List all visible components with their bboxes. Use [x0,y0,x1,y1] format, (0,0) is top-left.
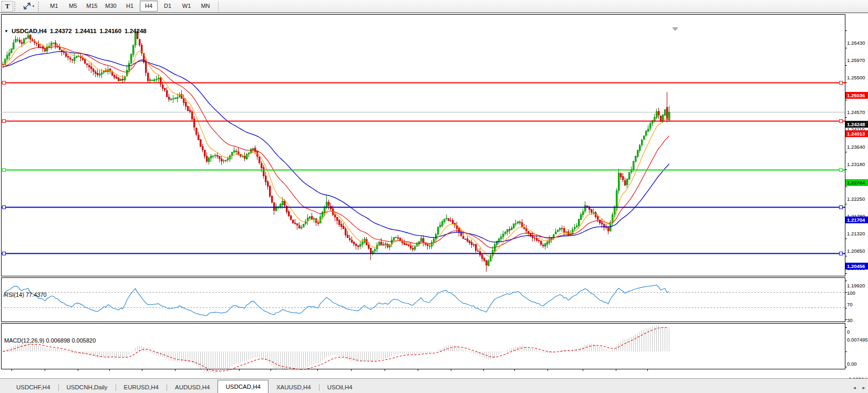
timeframe-button-h1[interactable]: H1 [121,1,139,12]
rsi-axis-label: 70 [847,302,868,308]
timeframe-button-m30[interactable]: M30 [102,1,120,12]
line-anchor-handle[interactable] [840,120,843,123]
ohlc-open: 1.24372 [50,28,72,34]
symbol-tab-bar: USDCHF,H4USDCNH,DailyEURUSD,H4AUDUSD,H4U… [0,378,868,393]
chart-ohlc-header: ▼ USDCAD,H4 1.24372 1.24411 1.24160 1.24… [4,28,147,34]
ohlc-collapse-icon[interactable]: ▼ [4,29,8,34]
text-tool-button[interactable]: T [2,1,13,12]
toolbar-grip [38,2,43,11]
tab-scroll-buttons: ◄ ► [852,386,866,390]
toolbar-grip [14,2,19,11]
timeframe-button-h4[interactable]: H4 [140,1,158,12]
price-axis-label: 1.25500 [847,75,868,81]
symbol-tab-audusd[interactable]: AUDUSD,H4 [167,381,218,393]
symbol-tab-xauusd[interactable]: XAUUSD,H4 [268,381,319,393]
macd-axis-label: 0.007495 [847,337,868,343]
price-axis-label: 1.25970 [847,57,868,64]
timeframe-button-group: M1M5M15M30H1H4D1W1MN [45,1,215,12]
symbol-tab-eurusd[interactable]: EURUSD,H4 [116,381,167,393]
macd-panel-frame [1,323,845,369]
rsi-axis-label: 100 [847,290,868,296]
price-line-badge: 1.21704 [845,216,868,223]
price-line-badge: 1.24013 [845,130,868,137]
ohlc-high: 1.24411 [75,28,97,34]
timeframe-button-m5[interactable]: M5 [64,1,82,12]
timeframe-button-w1[interactable]: W1 [178,1,195,12]
line-anchor-handle[interactable] [3,206,6,209]
double-arrow-icon [23,2,31,10]
rsi-axis-label: 30 [847,317,868,324]
tab-scroll-left-icon[interactable]: ◄ [852,386,856,390]
chart-window: ▼ USDCAD,H4 1.24372 1.24411 1.24160 1.24… [0,13,868,378]
line-anchor-handle[interactable] [840,252,843,255]
symbol-tab-usoil[interactable]: USOil,H4 [319,381,360,393]
tab-scroll-right-icon[interactable]: ► [862,386,866,390]
chart-shift-marker-icon[interactable] [672,27,678,31]
tool-dropdown-icon[interactable]: ▼ [32,5,35,8]
line-anchor-handle[interactable] [840,169,843,172]
chart-symbol-timeframe: USDCAD,H4 [12,28,47,34]
price-axis-label: 1.26430 [847,40,868,46]
symbol-tab-usdcad[interactable]: USDCAD,H4 [218,380,268,393]
price-axis-label: 1.21320 [847,231,868,237]
crosshair-tool-button[interactable]: ▼ [21,2,37,11]
line-anchor-handle[interactable] [3,120,6,123]
price-line-badge: 1.20456 [845,263,868,270]
current-price-badge: 1.24248 [845,121,868,128]
macd-signal-value: 0.005820 [71,337,96,344]
line-anchor-handle[interactable] [3,81,6,85]
terminal-window: T ▼ M1M5M15M30H1H4D1W1MN ▼ USDCAD,H4 1.2… [0,0,868,393]
line-anchor-handle[interactable] [840,81,843,85]
price-axis-label: 1.19920 [847,283,868,289]
symbol-tab-usdchf[interactable]: USDCHF,H4 [8,381,58,393]
line-anchor-handle[interactable] [840,206,843,209]
rsi-indicator-label: RSI(14) 77.4370 [4,292,47,298]
symbol-tab-usdcnh[interactable]: USDCNH,Daily [59,381,116,393]
macd-indicator-label: MACD(12,26,9) 0.006898 0.005820 [4,337,96,344]
line-anchor-handle[interactable] [3,252,6,255]
timeframe-button-mn[interactable]: MN [197,1,214,12]
price-axis-label: 1.23180 [847,161,868,168]
rsi-axis-label: 0 [847,329,868,335]
chart-plot-area[interactable] [0,13,868,393]
macd-axis-label: 0.00 [847,361,868,367]
price-axis-label: 1.20850 [847,248,868,254]
timeframe-button-d1[interactable]: D1 [159,1,177,12]
price-line-badge: 1.22704 [845,179,868,186]
toolbar-separator [218,1,219,12]
rsi-value: 77.4370 [26,292,47,298]
macd-main-value: 0.006898 [46,337,70,344]
ohlc-close: 1.24248 [125,28,147,34]
line-anchor-handle[interactable] [3,169,6,172]
price-axis-label: 1.22250 [847,196,868,202]
toolbar: T ▼ M1M5M15M30H1H4D1W1MN [0,0,868,13]
ohlc-low: 1.24160 [100,28,122,34]
text-tool-label: T [5,2,10,11]
price-axis-label: 1.23640 [847,144,868,150]
price-axis-label: 1.24570 [847,109,868,116]
timeframe-button-m15[interactable]: M15 [83,1,101,12]
timeframe-button-m1[interactable]: M1 [45,1,63,12]
price-line-badge: 1.25036 [845,92,868,99]
